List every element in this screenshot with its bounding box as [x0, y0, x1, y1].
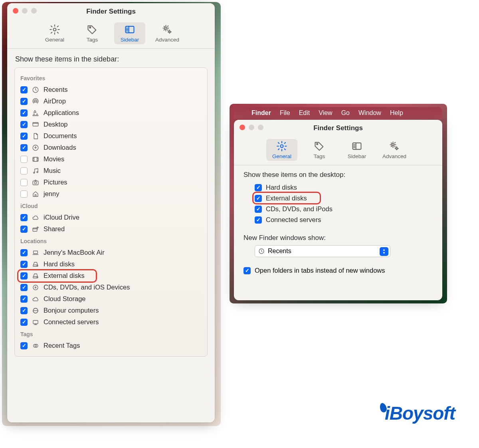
- menubar-item[interactable]: Window: [358, 109, 381, 117]
- svg-rect-11: [33, 122, 38, 126]
- item-label: Hard disks: [266, 184, 297, 191]
- tab-label: Sidebar: [348, 153, 366, 159]
- svg-point-38: [317, 143, 318, 145]
- item-label: Music: [44, 167, 61, 174]
- minimize-button[interactable]: [249, 125, 254, 130]
- checkbox[interactable]: [20, 307, 28, 314]
- item-label: Connected servers: [44, 318, 99, 326]
- gear-icon: [49, 24, 60, 35]
- svg-rect-25: [33, 228, 37, 231]
- checkbox[interactable]: [20, 284, 28, 291]
- sidebar-item-row: External disks: [19, 270, 203, 281]
- cloud-icon: [32, 214, 40, 221]
- cd-icon: [32, 284, 40, 291]
- item-label: Connected servers: [266, 216, 321, 224]
- checkbox[interactable]: [20, 121, 28, 128]
- close-button[interactable]: [240, 125, 245, 130]
- checkbox[interactable]: [20, 214, 28, 221]
- checkbox[interactable]: [255, 206, 262, 213]
- group-label: Locations: [19, 235, 203, 247]
- tab-sidebar[interactable]: Sidebar: [341, 139, 372, 161]
- checkbox[interactable]: [20, 156, 28, 163]
- sidebar-item-row: Shared: [19, 223, 203, 235]
- music-icon: [32, 167, 40, 174]
- checkbox[interactable]: [20, 190, 28, 198]
- tab-label: Advanced: [155, 37, 179, 43]
- checkbox[interactable]: [20, 342, 28, 349]
- desktop-icon: [32, 121, 40, 128]
- checkbox[interactable]: [20, 319, 28, 326]
- item-label: CDs, DVDs, and iPods: [266, 205, 333, 213]
- item-label: Shared: [44, 225, 65, 233]
- checkbox[interactable]: [20, 167, 28, 174]
- checkbox[interactable]: [20, 109, 28, 117]
- checkbox[interactable]: [20, 272, 28, 280]
- zoom-button[interactable]: [31, 8, 37, 14]
- checkbox[interactable]: [20, 133, 28, 140]
- svg-point-10: [35, 101, 36, 102]
- checkbox[interactable]: [20, 144, 28, 151]
- checkbox[interactable]: [20, 98, 28, 105]
- bonjour-icon: [32, 307, 40, 314]
- sidebar-item-row: CDs, DVDs, and iOS Devices: [19, 281, 203, 293]
- menubar-item[interactable]: Help: [390, 109, 403, 117]
- gear-icon: [276, 141, 287, 152]
- svg-point-31: [33, 285, 38, 290]
- tagcircle-icon: [32, 342, 40, 349]
- open-in-tabs-checkbox[interactable]: [243, 267, 251, 274]
- checkbox[interactable]: [20, 226, 28, 233]
- tab-tags[interactable]: Tags: [77, 22, 108, 44]
- tab-tags[interactable]: Tags: [304, 139, 335, 161]
- menubar-app-name[interactable]: Finder: [251, 109, 271, 117]
- iboysoft-logo: iBoysoft: [380, 402, 455, 424]
- new-windows-label: New Finder windows show:: [243, 234, 433, 242]
- item-label: Bonjour computers: [44, 307, 99, 314]
- menubar-item[interactable]: Go: [341, 109, 350, 117]
- close-button[interactable]: [13, 8, 18, 14]
- sidebar-icon: [351, 141, 362, 152]
- item-label: Pictures: [44, 178, 67, 186]
- window-controls: [240, 125, 263, 130]
- minimize-button[interactable]: [22, 8, 28, 14]
- sidebar-item-row: Bonjour computers: [19, 305, 203, 316]
- sidebar-item-row: Cloud Storage: [19, 293, 203, 305]
- window-title: Finder Settings: [313, 124, 363, 132]
- menubar-item[interactable]: File: [280, 109, 290, 117]
- tab-general[interactable]: General: [39, 22, 70, 44]
- sidebar-item-row: AirDrop: [19, 95, 203, 107]
- menubar-item[interactable]: Edit: [299, 109, 310, 117]
- tab-general[interactable]: General: [266, 139, 297, 161]
- sidebar-item-row: Applications: [19, 107, 203, 119]
- checkbox[interactable]: [20, 86, 28, 93]
- gears-icon: [389, 141, 400, 152]
- svg-point-32: [35, 287, 36, 288]
- item-label: iCloud Drive: [44, 214, 79, 221]
- sidebar-item-row: Connected servers: [19, 316, 203, 328]
- item-label: AirDrop: [44, 97, 66, 105]
- checkbox[interactable]: [20, 295, 28, 303]
- group-label: Favorites: [19, 72, 203, 84]
- tab-sidebar[interactable]: Sidebar: [114, 22, 145, 44]
- checkbox[interactable]: [20, 179, 28, 186]
- tab-label: Sidebar: [121, 37, 139, 43]
- desktop-item-row: Hard disks: [243, 182, 433, 193]
- item-label: CDs, DVDs, and iOS Devices: [44, 283, 130, 291]
- item-label: Desktop: [44, 121, 68, 128]
- zoom-button[interactable]: [258, 125, 263, 130]
- item-label: External disks: [44, 272, 85, 280]
- cloud-icon: [32, 295, 40, 303]
- checkbox[interactable]: [20, 261, 28, 268]
- sidebar-item-row: Desktop: [19, 119, 203, 130]
- menubar-item[interactable]: View: [319, 109, 332, 117]
- sidebar-item-row: Documents: [19, 130, 203, 142]
- tab-advanced[interactable]: Advanced: [152, 22, 183, 44]
- desktop-section-heading: Show these items on the desktop:: [243, 171, 433, 179]
- new-windows-select[interactable]: Recents ▲▼: [255, 245, 390, 257]
- checkbox[interactable]: [255, 184, 262, 191]
- checkbox[interactable]: [20, 249, 28, 256]
- checkbox[interactable]: [255, 216, 262, 224]
- menubar: Finder File Edit View Go Window Help: [234, 107, 442, 119]
- tab-advanced[interactable]: Advanced: [379, 139, 410, 161]
- checkbox[interactable]: [255, 195, 262, 202]
- svg-point-44: [392, 144, 394, 146]
